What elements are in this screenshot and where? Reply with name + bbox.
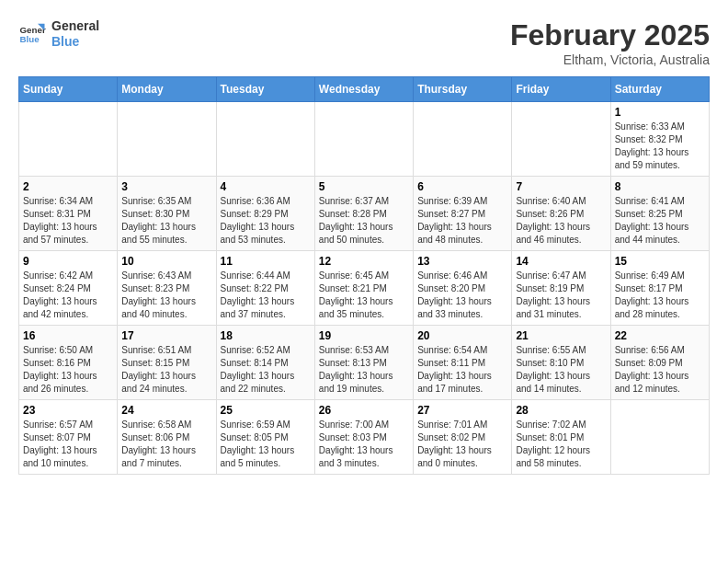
day-info: Sunrise: 6:53 AM Sunset: 8:13 PM Dayligh… <box>319 344 409 396</box>
day-number: 5 <box>319 180 409 193</box>
logo-general: General <box>51 18 99 34</box>
day-info: Sunrise: 6:33 AM Sunset: 8:32 PM Dayligh… <box>615 121 705 172</box>
calendar-cell: 16Sunrise: 6:50 AM Sunset: 8:16 PM Dayli… <box>19 326 118 400</box>
location-subtitle: Eltham, Victoria, Australia <box>510 52 710 67</box>
calendar-cell: 3Sunrise: 6:35 AM Sunset: 8:30 PM Daylig… <box>118 177 216 251</box>
column-header-thursday: Thursday <box>414 77 512 102</box>
day-info: Sunrise: 6:47 AM Sunset: 8:19 PM Dayligh… <box>516 270 606 321</box>
calendar-cell: 27Sunrise: 7:01 AM Sunset: 8:02 PM Dayli… <box>414 400 512 475</box>
day-number: 16 <box>23 329 113 342</box>
day-info: Sunrise: 6:59 AM Sunset: 8:05 PM Dayligh… <box>221 419 311 470</box>
day-number: 15 <box>615 255 705 268</box>
day-info: Sunrise: 6:35 AM Sunset: 8:30 PM Dayligh… <box>121 195 211 247</box>
day-number: 26 <box>319 404 409 417</box>
page-header: General Blue General Blue February 2025 … <box>18 18 710 67</box>
calendar-week-3: 9Sunrise: 6:42 AM Sunset: 8:24 PM Daylig… <box>19 251 710 326</box>
month-year-title: February 2025 <box>510 18 710 52</box>
calendar-cell: 19Sunrise: 6:53 AM Sunset: 8:13 PM Dayli… <box>314 326 413 400</box>
calendar-cell: 10Sunrise: 6:43 AM Sunset: 8:23 PM Dayli… <box>118 251 216 326</box>
day-number: 20 <box>417 329 507 342</box>
column-header-monday: Monday <box>118 77 216 102</box>
day-info: Sunrise: 6:37 AM Sunset: 8:28 PM Dayligh… <box>319 195 409 247</box>
calendar-cell: 15Sunrise: 6:49 AM Sunset: 8:17 PM Dayli… <box>610 251 709 326</box>
calendar-cell: 6Sunrise: 6:39 AM Sunset: 8:27 PM Daylig… <box>414 177 512 251</box>
day-number: 13 <box>417 255 507 268</box>
day-number: 3 <box>121 180 211 193</box>
calendar-cell: 24Sunrise: 6:58 AM Sunset: 8:06 PM Dayli… <box>118 400 216 475</box>
day-number: 27 <box>417 404 507 417</box>
day-info: Sunrise: 6:57 AM Sunset: 8:07 PM Dayligh… <box>23 419 113 470</box>
day-info: Sunrise: 7:00 AM Sunset: 8:03 PM Dayligh… <box>319 419 409 470</box>
day-number: 17 <box>121 329 211 342</box>
calendar-cell: 14Sunrise: 6:47 AM Sunset: 8:19 PM Dayli… <box>512 251 610 326</box>
day-number: 12 <box>319 255 409 268</box>
title-section: February 2025 Eltham, Victoria, Australi… <box>510 18 710 67</box>
logo: General Blue General Blue <box>18 18 99 50</box>
day-number: 25 <box>221 404 311 417</box>
column-header-saturday: Saturday <box>610 77 709 102</box>
calendar-cell: 4Sunrise: 6:36 AM Sunset: 8:29 PM Daylig… <box>216 177 314 251</box>
day-info: Sunrise: 6:43 AM Sunset: 8:23 PM Dayligh… <box>121 270 211 321</box>
day-info: Sunrise: 6:49 AM Sunset: 8:17 PM Dayligh… <box>615 270 705 321</box>
calendar-cell: 25Sunrise: 6:59 AM Sunset: 8:05 PM Dayli… <box>216 400 314 475</box>
day-info: Sunrise: 6:46 AM Sunset: 8:20 PM Dayligh… <box>417 270 507 321</box>
calendar-cell <box>414 102 512 177</box>
calendar-cell: 22Sunrise: 6:56 AM Sunset: 8:09 PM Dayli… <box>610 326 709 400</box>
day-info: Sunrise: 6:39 AM Sunset: 8:27 PM Dayligh… <box>417 195 507 247</box>
day-number: 10 <box>121 255 211 268</box>
day-number: 2 <box>23 180 113 193</box>
day-info: Sunrise: 6:58 AM Sunset: 8:06 PM Dayligh… <box>121 419 211 470</box>
day-number: 1 <box>615 106 705 119</box>
day-info: Sunrise: 7:02 AM Sunset: 8:01 PM Dayligh… <box>516 419 606 470</box>
calendar-week-1: 1Sunrise: 6:33 AM Sunset: 8:32 PM Daylig… <box>19 102 710 177</box>
day-info: Sunrise: 6:34 AM Sunset: 8:31 PM Dayligh… <box>23 195 113 247</box>
calendar-cell: 28Sunrise: 7:02 AM Sunset: 8:01 PM Dayli… <box>512 400 610 475</box>
calendar-cell <box>19 102 118 177</box>
calendar-cell: 20Sunrise: 6:54 AM Sunset: 8:11 PM Dayli… <box>414 326 512 400</box>
calendar-week-2: 2Sunrise: 6:34 AM Sunset: 8:31 PM Daylig… <box>19 177 710 251</box>
day-info: Sunrise: 6:50 AM Sunset: 8:16 PM Dayligh… <box>23 344 113 396</box>
calendar-week-4: 16Sunrise: 6:50 AM Sunset: 8:16 PM Dayli… <box>19 326 710 400</box>
day-info: Sunrise: 6:56 AM Sunset: 8:09 PM Dayligh… <box>615 344 705 396</box>
day-number: 21 <box>516 329 606 342</box>
calendar-cell: 1Sunrise: 6:33 AM Sunset: 8:32 PM Daylig… <box>610 102 709 177</box>
day-number: 23 <box>23 404 113 417</box>
calendar-cell: 21Sunrise: 6:55 AM Sunset: 8:10 PM Dayli… <box>512 326 610 400</box>
column-header-tuesday: Tuesday <box>216 77 314 102</box>
calendar-cell: 23Sunrise: 6:57 AM Sunset: 8:07 PM Dayli… <box>19 400 118 475</box>
day-info: Sunrise: 6:42 AM Sunset: 8:24 PM Dayligh… <box>23 270 113 321</box>
day-info: Sunrise: 6:40 AM Sunset: 8:26 PM Dayligh… <box>516 195 606 247</box>
calendar-cell: 9Sunrise: 6:42 AM Sunset: 8:24 PM Daylig… <box>19 251 118 326</box>
day-number: 11 <box>221 255 311 268</box>
day-info: Sunrise: 6:36 AM Sunset: 8:29 PM Dayligh… <box>221 195 311 247</box>
day-info: Sunrise: 6:51 AM Sunset: 8:15 PM Dayligh… <box>121 344 211 396</box>
svg-text:Blue: Blue <box>20 34 40 44</box>
calendar-cell: 2Sunrise: 6:34 AM Sunset: 8:31 PM Daylig… <box>19 177 118 251</box>
logo-blue: Blue <box>51 34 99 50</box>
calendar-cell: 7Sunrise: 6:40 AM Sunset: 8:26 PM Daylig… <box>512 177 610 251</box>
day-info: Sunrise: 6:45 AM Sunset: 8:21 PM Dayligh… <box>319 270 409 321</box>
calendar-cell: 13Sunrise: 6:46 AM Sunset: 8:20 PM Dayli… <box>414 251 512 326</box>
day-number: 22 <box>615 329 705 342</box>
calendar-cell: 8Sunrise: 6:41 AM Sunset: 8:25 PM Daylig… <box>610 177 709 251</box>
column-header-wednesday: Wednesday <box>314 77 413 102</box>
day-number: 8 <box>615 180 705 193</box>
column-header-sunday: Sunday <box>19 77 118 102</box>
column-header-friday: Friday <box>512 77 610 102</box>
calendar-cell <box>610 400 709 475</box>
calendar-cell <box>314 102 413 177</box>
day-info: Sunrise: 6:52 AM Sunset: 8:14 PM Dayligh… <box>221 344 311 396</box>
calendar-cell: 18Sunrise: 6:52 AM Sunset: 8:14 PM Dayli… <box>216 326 314 400</box>
day-info: Sunrise: 7:01 AM Sunset: 8:02 PM Dayligh… <box>417 419 507 470</box>
day-number: 6 <box>417 180 507 193</box>
day-number: 7 <box>516 180 606 193</box>
day-info: Sunrise: 6:54 AM Sunset: 8:11 PM Dayligh… <box>417 344 507 396</box>
day-number: 9 <box>23 255 113 268</box>
day-number: 14 <box>516 255 606 268</box>
calendar-cell: 11Sunrise: 6:44 AM Sunset: 8:22 PM Dayli… <box>216 251 314 326</box>
calendar-header-row: SundayMondayTuesdayWednesdayThursdayFrid… <box>19 77 710 102</box>
calendar-cell: 5Sunrise: 6:37 AM Sunset: 8:28 PM Daylig… <box>314 177 413 251</box>
calendar-cell: 12Sunrise: 6:45 AM Sunset: 8:21 PM Dayli… <box>314 251 413 326</box>
calendar-cell <box>216 102 314 177</box>
day-info: Sunrise: 6:55 AM Sunset: 8:10 PM Dayligh… <box>516 344 606 396</box>
